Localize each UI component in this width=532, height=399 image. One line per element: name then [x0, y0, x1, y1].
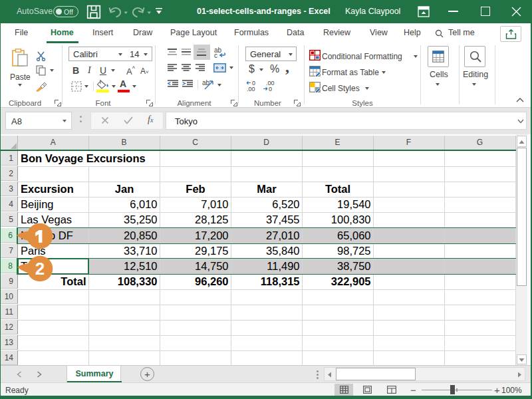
- svg-text:c: c: [214, 52, 217, 59]
- svg-text:2: 2: [35, 259, 44, 279]
- svg-text:.00: .00: [247, 86, 255, 92]
- svg-text:0: 0: [269, 86, 272, 92]
